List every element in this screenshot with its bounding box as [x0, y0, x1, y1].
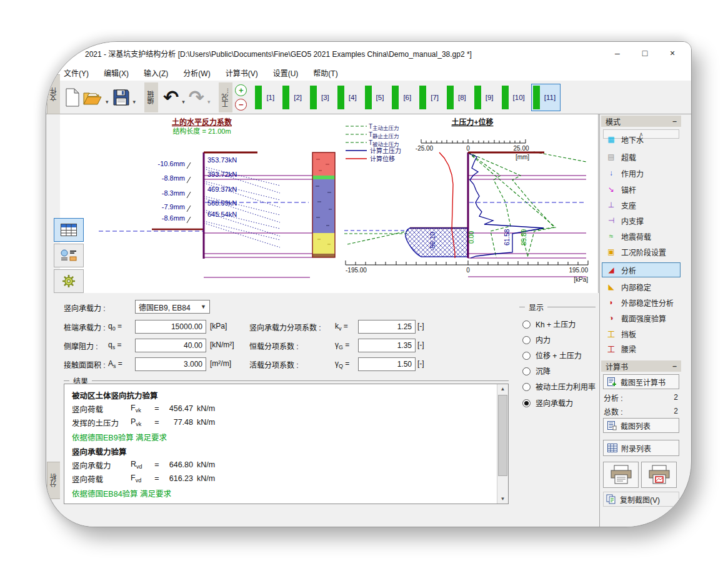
stage-button-10[interactable]: [10] [500, 84, 530, 111]
save-dropdown-caret-icon[interactable]: ▾ [133, 99, 136, 105]
menu-analysis[interactable]: 分析(W) [183, 67, 210, 78]
mode-item-internal-stability[interactable]: ◣内部稳定 [602, 279, 681, 294]
svg-text:568.99kN: 568.99kN [207, 199, 237, 207]
svg-text:[mm]: [mm] [516, 154, 529, 161]
stage-button-3[interactable]: [3] [308, 84, 334, 111]
undo-button[interactable]: ↶ [163, 84, 179, 111]
anchor-icon: ↘ [606, 185, 616, 194]
new-file-button[interactable] [65, 84, 80, 111]
add-stage-button[interactable]: + [235, 84, 247, 96]
results-scrollbar[interactable]: ▲ ▼ [497, 384, 508, 504]
menu-edit[interactable]: 编辑(X) [104, 67, 129, 78]
stage-button-6[interactable]: [6] [390, 84, 416, 111]
pile-tip-capacity-input[interactable]: 15000.00 [135, 320, 206, 334]
contact-area-input[interactable]: 3.000 [135, 357, 206, 371]
scroll-up-icon[interactable]: ▲ [498, 384, 507, 394]
stage-button-1[interactable]: [1] [253, 84, 279, 111]
add-picture-button[interactable]: 截图至计算书 [603, 374, 679, 389]
close-button[interactable]: × [659, 42, 686, 64]
stage-status-bar [474, 86, 481, 109]
radio-displacement-pressure[interactable]: 位移 + 土压力 [522, 350, 582, 360]
table-icon [61, 224, 77, 236]
undo-dropdown-caret-icon[interactable]: ▾ [182, 99, 185, 105]
side-tab-file[interactable]: 文件 [47, 74, 60, 114]
menu-bar: 文件(Y) 编辑(X) 输入(Z) 分析(W) 计算书(V) 设置(U) 帮助(… [46, 64, 691, 81]
stage-button-7[interactable]: [7] [417, 84, 444, 111]
drawing-settings-button[interactable] [54, 244, 84, 267]
mode-item-applied-forces[interactable]: ↓作用力 [602, 166, 681, 181]
menu-report[interactable]: 计算书(V) [226, 67, 258, 78]
menu-settings[interactable]: 设置(U) [273, 67, 299, 78]
save-button[interactable] [112, 84, 130, 111]
stage-button-2[interactable]: [2] [281, 84, 307, 111]
mode-item-section-check[interactable]: ◑截面强度验算 [602, 310, 681, 325]
svg-text:-7.9mm: -7.9mm [162, 203, 185, 211]
collapse-icon[interactable]: – [672, 117, 677, 126]
dropdown-caret-icon: ▼ [201, 304, 206, 310]
stage-button-11[interactable]: [11] [531, 84, 561, 111]
mode-item-stage-settings[interactable]: ▣工况阶段设置 [602, 244, 681, 259]
mode-item-earthquake[interactable]: ≈地震荷载 [602, 229, 681, 244]
live-load-factor-input[interactable]: 1.50 [358, 357, 416, 371]
radio-internal-forces[interactable]: 内力 [522, 334, 551, 345]
stage-add-remove: + − [235, 84, 247, 111]
field-label: 恒载分项系数 : [249, 340, 299, 351]
radio-kh-pressure[interactable]: Kh + 土压力 [522, 319, 576, 329]
picture-list-button[interactable]: 截图列表 [603, 418, 679, 433]
mode-item-external-stability[interactable]: ◗外部稳定性分析 [602, 295, 681, 310]
stage-button-8[interactable]: [8] [445, 84, 471, 111]
mode-item-analysis[interactable]: ◢分析 [602, 262, 681, 277]
method-select[interactable]: 德国EB9, EB84 ▼ [135, 300, 210, 314]
mode-item-props[interactable]: ⊣内支撑 [602, 213, 681, 228]
svg-text:-8.8mm: -8.8mm [162, 174, 185, 182]
collapse-icon[interactable]: – [672, 362, 677, 370]
menu-input[interactable]: 输入(Z) [144, 67, 168, 78]
mode-item-anchors[interactable]: ↘锚杆 [602, 182, 681, 197]
field-label: 接触面面积 : [64, 359, 106, 370]
stage-button-4[interactable]: [4] [336, 84, 362, 111]
menu-file[interactable]: 文件(Y) [64, 67, 89, 78]
copy-picture-button[interactable]: 复制截图(V) [603, 492, 679, 507]
radio-settlement[interactable]: 沉降 [522, 365, 551, 376]
mode-item-waling[interactable]: 工腰梁 [602, 341, 681, 356]
settings-button[interactable] [54, 269, 84, 293]
open-dropdown-caret-icon[interactable]: ▾ [106, 99, 109, 105]
radio-passive-utilization[interactable]: 被动土压力利用率 [522, 381, 596, 392]
print-picture-button[interactable] [641, 462, 677, 488]
results-box[interactable]: 被动区土体竖向抗力验算 竖向荷载Fvk=456.47kN/m 发挥的土压力Pvk… [64, 384, 509, 504]
title-bar: 2021 - 深基坑支护结构分析 [D:\Users\Public\Docume… [46, 42, 691, 64]
dead-load-factor-input[interactable]: 1.35 [358, 339, 416, 352]
print-document-button[interactable] [603, 462, 639, 488]
annex-list-button[interactable]: 附录列表 [603, 440, 679, 456]
analysis-drawing: 土的水平反力系数 结构长度 = 21.00m [60, 114, 598, 293]
stage-status-bar [337, 86, 344, 109]
bearing-factor-input[interactable]: 1.25 [358, 320, 416, 334]
minimize-button[interactable]: – [604, 42, 631, 64]
anchor-force-labels: 353.73kN 393.72kN 469.37kN 568.99kN 645.… [207, 156, 237, 218]
field-label: 桩端承载力 : [64, 322, 106, 332]
svg-text:T静止土压力: T静止土压力 [369, 131, 399, 139]
drawing-area[interactable]: 土的水平反力系数 结构长度 = 21.00m [60, 114, 599, 294]
stage-button-9[interactable]: [9] [472, 84, 499, 111]
mode-item-lagging[interactable]: 工挡板 [602, 326, 681, 341]
skin-friction-input[interactable]: 40.00 [135, 339, 206, 352]
redo-button[interactable]: ↷ [189, 84, 204, 111]
radio-icon [522, 320, 531, 329]
mode-item-groundwater[interactable]: ▦地下水 [602, 132, 681, 147]
field-symbol: As = [108, 359, 122, 369]
menu-help[interactable]: 帮助(T) [313, 67, 337, 78]
mode-item-supports[interactable]: ⊥支座 [602, 197, 681, 212]
remove-stage-button[interactable]: − [235, 99, 247, 111]
maximize-button[interactable]: □ [631, 42, 659, 64]
scroll-down-icon[interactable]: ▼ [498, 494, 507, 504]
redo-dropdown-caret-icon[interactable]: ▾ [207, 99, 211, 105]
table-view-button[interactable] [54, 218, 84, 242]
scroll-thumb[interactable] [498, 395, 507, 476]
stage-status-bar [502, 86, 509, 109]
mode-item-surcharge[interactable]: ▤超载 [602, 149, 681, 164]
copy-icon [606, 494, 616, 504]
field-symbol: qs = [108, 340, 122, 350]
stage-button-5[interactable]: [5] [363, 84, 389, 111]
radio-vertical-capacity[interactable]: 竖向承载力 [522, 397, 573, 408]
open-file-button[interactable] [82, 84, 102, 111]
